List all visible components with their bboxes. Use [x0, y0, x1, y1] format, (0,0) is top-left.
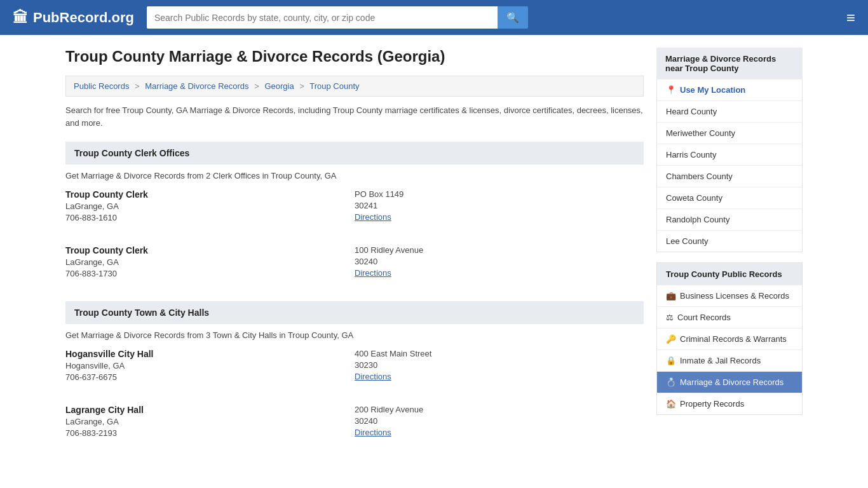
cityhall-record-1-phone: 706-637-6675 — [65, 372, 355, 382]
cityhall-record-1: Hogansville City Hall Hogansville, GA 70… — [65, 349, 644, 392]
clerk-record-1-zip: 30241 — [355, 201, 644, 210]
logo[interactable]: 🏛 PubRecord.org — [13, 9, 134, 27]
nearby-county-list: 📍 Use My Location Heard County Meriwethe… — [656, 79, 803, 252]
key-icon: 🔑 — [666, 334, 676, 344]
menu-button[interactable]: ≡ — [846, 9, 855, 27]
clerk-record-2: Troup County Clerk LaGrange, GA 706-883-… — [65, 245, 644, 288]
cityhall-record-1-addr1: 400 East Main Street — [355, 349, 644, 358]
cityhall-record-2-phone: 706-883-2193 — [65, 428, 355, 438]
sidebar-item-business-label: Business Licenses & Records — [680, 291, 789, 301]
sidebar-item-criminal-label: Criminal Records & Warrants — [680, 334, 787, 344]
city-halls-desc: Get Marriage & Divorce Records from 3 To… — [65, 330, 644, 340]
breadcrumb-sep2: > — [254, 81, 259, 91]
logo-icon: 🏛 — [13, 9, 28, 27]
cityhall-record-2-addr1: 200 Ridley Avenue — [355, 405, 644, 414]
clerk-record-1-info: Troup County Clerk LaGrange, GA 706-883-… — [65, 189, 355, 222]
public-records-list: 💼 Business Licenses & Records ⚖ Court Re… — [656, 285, 803, 415]
sidebar-item-property-label: Property Records — [680, 399, 744, 409]
lock-icon: 🔒 — [666, 356, 676, 365]
city-halls-section: Troup County Town & City Halls Get Marri… — [65, 301, 644, 448]
clerk-record-2-info: Troup County Clerk LaGrange, GA 706-883-… — [65, 245, 355, 278]
clerk-record-1-addr1: PO Box 1149 — [355, 189, 644, 199]
logo-text: PubRecord.org — [33, 10, 134, 26]
use-location-label: Use My Location — [680, 85, 745, 95]
sidebar-item-inmate-label: Inmate & Jail Records — [680, 356, 761, 365]
clerk-offices-header: Troup County Clerk Offices — [65, 142, 644, 165]
cityhall-record-1-city: Hogansville, GA — [65, 361, 355, 370]
clerk-record-1-directions[interactable]: Directions — [355, 212, 391, 222]
header: 🏛 PubRecord.org 🔍 ≡ — [0, 0, 868, 35]
cityhall-record-2-address: 200 Ridley Avenue 30240 Directions — [355, 405, 644, 438]
sidebar-item-court-label: Court Records — [677, 313, 731, 322]
search-bar: 🔍 — [147, 6, 528, 29]
breadcrumb-marriage-records[interactable]: Marriage & Divorce Records — [145, 81, 248, 91]
clerk-record-1: Troup County Clerk LaGrange, GA 706-883-… — [65, 189, 644, 233]
clerk-record-2-name: Troup County Clerk — [65, 245, 355, 255]
page-description: Search for free Troup County, GA Marriag… — [65, 104, 644, 129]
breadcrumb-troup-county[interactable]: Troup County — [309, 81, 359, 91]
cityhall-record-2-zip: 30240 — [355, 416, 644, 426]
clerk-record-2-address: 100 Ridley Avenue 30240 Directions — [355, 245, 644, 278]
breadcrumb-georgia[interactable]: Georgia — [264, 81, 294, 91]
clerk-record-1-city: LaGrange, GA — [65, 201, 355, 211]
cityhall-record-1-name: Hogansville City Hall — [65, 349, 355, 359]
sidebar-county-harris[interactable]: Harris County — [657, 144, 802, 166]
cityhall-record-2-city: LaGrange, GA — [65, 417, 355, 426]
briefcase-icon: 💼 — [666, 291, 676, 301]
sidebar-county-meriwether[interactable]: Meriwether County — [657, 123, 802, 144]
sidebar-item-marriage-label: Marriage & Divorce Records — [680, 377, 783, 387]
clerk-record-2-phone: 706-883-1730 — [65, 269, 355, 278]
clerk-record-1-address: PO Box 1149 30241 Directions — [355, 189, 644, 222]
clerk-record-2-addr1: 100 Ridley Avenue — [355, 245, 644, 255]
sidebar-county-chambers[interactable]: Chambers County — [657, 166, 802, 187]
clerk-record-1-name: Troup County Clerk — [65, 189, 355, 200]
sidebar-item-business[interactable]: 💼 Business Licenses & Records — [657, 285, 802, 307]
cityhall-record-1-address: 400 East Main Street 30230 Directions — [355, 349, 644, 382]
clerk-record-2-zip: 30240 — [355, 257, 644, 266]
cityhall-record-1-zip: 30230 — [355, 360, 644, 370]
search-input[interactable] — [147, 6, 498, 29]
clerk-record-1-phone: 706-883-1610 — [65, 213, 355, 222]
sidebar-item-court[interactable]: ⚖ Court Records — [657, 307, 802, 329]
cityhall-record-2: Lagrange City Hall LaGrange, GA 706-883-… — [65, 405, 644, 448]
clerk-record-2-city: LaGrange, GA — [65, 257, 355, 267]
main-container: Troup County Marriage & Divorce Records … — [53, 35, 815, 473]
sidebar-county-coweta[interactable]: Coweta County — [657, 187, 802, 209]
breadcrumb-public-records[interactable]: Public Records — [74, 81, 129, 91]
cityhall-record-1-info: Hogansville City Hall Hogansville, GA 70… — [65, 349, 355, 382]
cityhall-record-1-directions[interactable]: Directions — [355, 372, 391, 381]
sidebar-county-lee[interactable]: Lee County — [657, 231, 802, 252]
sidebar-item-inmate[interactable]: 🔒 Inmate & Jail Records — [657, 350, 802, 372]
breadcrumb-sep1: > — [135, 81, 140, 91]
sidebar-item-property[interactable]: 🏠 Property Records — [657, 393, 802, 414]
clerk-record-2-directions[interactable]: Directions — [355, 268, 391, 278]
page-title: Troup County Marriage & Divorce Records … — [65, 48, 644, 65]
content-area: Troup County Marriage & Divorce Records … — [65, 48, 644, 461]
location-icon: 📍 — [666, 85, 676, 95]
cityhall-record-2-name: Lagrange City Hall — [65, 405, 355, 415]
breadcrumb-sep3: > — [299, 81, 304, 91]
sidebar: Marriage & Divorce Records near Troup Co… — [656, 48, 803, 461]
sidebar-county-heard[interactable]: Heard County — [657, 101, 802, 123]
nearby-section-title: Marriage & Divorce Records near Troup Co… — [656, 48, 803, 79]
scales-icon: ⚖ — [666, 313, 674, 322]
clerk-offices-section: Troup County Clerk Offices Get Marriage … — [65, 142, 644, 288]
sidebar-county-randolph[interactable]: Randolph County — [657, 209, 802, 231]
city-halls-header: Troup County Town & City Halls — [65, 301, 644, 324]
public-records-section-title: Troup County Public Records — [656, 262, 803, 285]
use-location-item[interactable]: 📍 Use My Location — [657, 79, 802, 101]
sidebar-item-criminal[interactable]: 🔑 Criminal Records & Warrants — [657, 329, 802, 350]
ring-icon: 💍 — [666, 377, 676, 387]
cityhall-record-2-info: Lagrange City Hall LaGrange, GA 706-883-… — [65, 405, 355, 438]
cityhall-record-2-directions[interactable]: Directions — [355, 428, 391, 437]
clerk-offices-desc: Get Marriage & Divorce Records from 2 Cl… — [65, 171, 644, 180]
sidebar-item-marriage[interactable]: 💍 Marriage & Divorce Records — [657, 372, 802, 393]
breadcrumb: Public Records > Marriage & Divorce Reco… — [65, 76, 644, 97]
house-icon: 🏠 — [666, 399, 676, 409]
search-button[interactable]: 🔍 — [498, 6, 528, 29]
